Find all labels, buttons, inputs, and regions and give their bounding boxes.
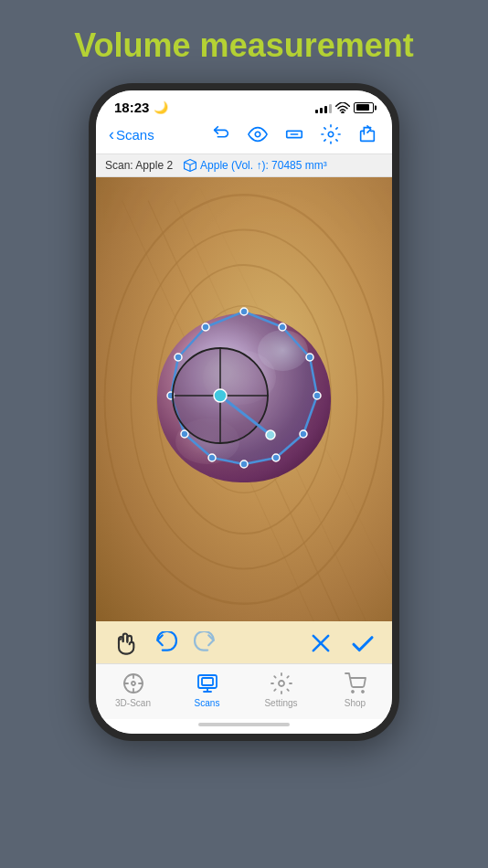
scan-viewport[interactable] [96, 177, 392, 621]
svg-point-18 [306, 354, 313, 361]
nav-icons [209, 122, 379, 146]
svg-rect-38 [202, 678, 213, 685]
crop-button[interactable] [282, 122, 306, 146]
home-bar [198, 723, 290, 726]
confirm-button[interactable] [348, 629, 377, 658]
bottom-toolbar [96, 621, 392, 663]
tool-left [111, 629, 220, 658]
svg-point-33 [266, 430, 275, 439]
share-button[interactable] [355, 122, 379, 146]
tab-shop[interactable]: Shop [328, 672, 383, 708]
svg-point-1 [255, 132, 260, 137]
redo-tool-button[interactable] [191, 629, 220, 658]
tab-shop-label: Shop [345, 698, 366, 708]
undo-tool-button[interactable] [151, 629, 180, 658]
back-label: Scans [116, 127, 154, 143]
back-arrow-icon: ‹ [109, 125, 114, 144]
tab-3d-scan-icon [122, 672, 145, 695]
svg-point-22 [240, 460, 248, 468]
svg-point-36 [132, 682, 135, 685]
moon-icon: 🌙 [154, 101, 168, 114]
svg-point-21 [272, 454, 280, 461]
wifi-icon [335, 102, 350, 113]
svg-point-43 [362, 691, 364, 693]
svg-point-20 [300, 430, 307, 438]
undo-button[interactable] [209, 122, 233, 146]
tab-settings[interactable]: Settings [254, 672, 309, 708]
svg-point-32 [214, 389, 227, 402]
svg-point-41 [279, 681, 284, 686]
svg-point-19 [313, 392, 321, 399]
phone-frame: 18:23 🌙 ‹ Scans [89, 83, 399, 741]
tab-3d-scan-label: 3D-Scan [115, 698, 151, 708]
scan-volume: Apple (Vol. ↑): 70485 mm³ [184, 159, 327, 172]
tab-settings-icon [270, 672, 293, 695]
svg-point-17 [279, 323, 286, 331]
status-bar: 18:23 🌙 [96, 90, 392, 119]
battery-icon [354, 102, 374, 113]
tab-shop-icon [344, 672, 367, 695]
svg-point-0 [342, 111, 344, 113]
nav-bar: ‹ Scans [96, 119, 392, 154]
svg-point-4 [328, 132, 334, 137]
home-indicator [96, 719, 392, 734]
scan-info-bar: Scan: Apple 2 Apple (Vol. ↑): 70485 mm³ [96, 154, 392, 177]
measurement-circle-svg [170, 336, 289, 455]
svg-rect-37 [198, 675, 217, 688]
svg-point-16 [240, 308, 248, 315]
volume-value: Apple (Vol. ↑): 70485 mm³ [200, 159, 327, 172]
settings-button[interactable] [319, 122, 343, 146]
scan-name: Scan: Apple 2 [105, 159, 173, 172]
eye-button[interactable] [246, 122, 270, 146]
tab-scans[interactable]: Scans [180, 672, 235, 708]
tab-bar: 3D-Scan Scans Settings [96, 663, 392, 719]
status-icons [315, 102, 374, 113]
status-time: 18:23 [114, 100, 149, 115]
tab-settings-label: Settings [264, 698, 297, 708]
hand-tool-button[interactable] [111, 629, 140, 658]
back-button[interactable]: ‹ Scans [109, 125, 173, 144]
tab-scans-icon [196, 672, 219, 695]
apple-container [153, 304, 335, 487]
circle-overlay [170, 336, 289, 455]
tool-right [306, 629, 377, 658]
svg-point-27 [202, 323, 209, 331]
page-title: Volume measurement [74, 26, 413, 65]
signal-bars [315, 102, 332, 113]
tab-3d-scan[interactable]: 3D-Scan [106, 672, 161, 708]
cancel-button[interactable] [306, 629, 335, 658]
svg-point-42 [352, 691, 354, 693]
tab-scans-label: Scans [195, 698, 220, 708]
svg-point-23 [208, 454, 216, 461]
volume-icon [184, 159, 196, 172]
